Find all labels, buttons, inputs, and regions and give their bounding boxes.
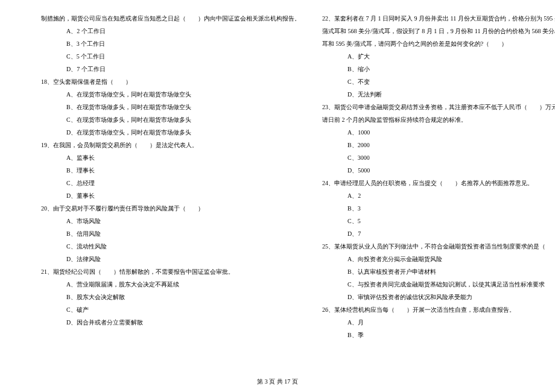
q18-option-a: A、在现货市场做空头，同时在期货市场做空头 xyxy=(41,88,300,101)
page-footer: 第 3 页 共 17 页 xyxy=(0,378,555,386)
q23-line1: 23、期货公司申请金融期货交易结算业务资格，其注册资本应不低于人民币（ ）万元，… xyxy=(322,101,555,113)
page-container: 制措施的，期货公司应当在知悉或者应当知悉之日起（ ）内向中国证监会相关派出机构报… xyxy=(0,0,555,392)
q26-option-b: B、季 xyxy=(322,329,555,341)
q22-option-c: C、不变 xyxy=(322,75,555,88)
q22-line2: 蒲式耳和 568 美分/蒲式耳，假设到了 8 月 1 日，9 月份和 11 月份… xyxy=(322,25,555,37)
q17-option-d: D、7 个工作日 xyxy=(41,63,300,75)
q24-option-b: B、3 xyxy=(322,202,555,215)
q26-text: 26、某体经营机构应当每（ ）开展一次适当性自查，形成自查报告。 xyxy=(322,303,555,316)
q21-text: 21、期货经纪公司因（ ）情形解散的，不需要报告中国证监会审批。 xyxy=(41,265,300,278)
q22-line3: 耳和 595 美/蒲式耳，请问两个合约之间的价差是如何变化的?（ ） xyxy=(322,37,555,50)
q24-text: 24、申请经理层人员的任职资格，应当提交（ ）名推荐人的书面推荐意见。 xyxy=(322,177,555,189)
q17-continuation: 制措施的，期货公司应当在知悉或者应当知悉之日起（ ）内向中国证监会相关派出机构报… xyxy=(41,12,300,25)
q17-option-b: B、3 个工作日 xyxy=(41,37,300,50)
q20-text: 20、由于交易对手不履行履约责任而导致的风险属于（ ） xyxy=(41,202,300,215)
q22-line1: 22、某套利者在 7 月 1 日同时买入 9 月份并卖出 11 月份大豆期货合约… xyxy=(322,12,555,25)
q21-option-d: D、因合并或者分立需要解散 xyxy=(41,316,300,329)
q23-line2: 请日前 2 个月的风险监管指标应持续符合规定的标准。 xyxy=(322,113,555,126)
q20-option-c: C、流动性风险 xyxy=(41,240,300,253)
q17-option-a: A、2 个工作日 xyxy=(41,25,300,37)
q21-option-c: C、破产 xyxy=(41,303,300,316)
q18-option-d: D、在现货市场做空头，同时在期货市场做多头 xyxy=(41,126,300,139)
q19-text: 19、在我国，会员制期货交易所的（ ）是法定代表人。 xyxy=(41,139,300,151)
q25-option-a: A、向投资者充分揭示金融期货风险 xyxy=(322,253,555,265)
q20-option-d: D、法律风险 xyxy=(41,253,300,265)
q19-option-b: B、理事长 xyxy=(41,164,300,177)
q21-option-b: B、股东大会决定解散 xyxy=(41,291,300,303)
q23-option-a: A、1000 xyxy=(322,126,555,139)
q19-option-d: D、董事长 xyxy=(41,189,300,202)
q19-option-a: A、监事长 xyxy=(41,151,300,164)
q24-option-c: C、5 xyxy=(322,215,555,227)
q23-option-c: C、3000 xyxy=(322,151,555,164)
q20-option-a: A、市场风险 xyxy=(41,215,300,227)
q18-option-c: C、在现货市场做多头，同时在期货市场做多头 xyxy=(41,113,300,126)
q21-option-a: A、营业期限届满，股东大会决定不再延续 xyxy=(41,278,300,291)
q24-option-a: A、2 xyxy=(322,189,555,202)
q25-option-d: D、审慎评估投资者的诚信状况和风险承受能力 xyxy=(322,291,555,303)
q25-option-c: C、与投资者共同完成金融期货基础知识测试，以使其满足适当性标准要求 xyxy=(322,278,555,291)
q22-option-d: D、无法判断 xyxy=(322,88,555,101)
q24-option-d: D、7 xyxy=(322,227,555,240)
q25-text: 25、某体期货从业人员的下列做法中，不符合金融期货投资者适当性制度要求的是（ ） xyxy=(322,240,555,253)
right-column: 22、某套利者在 7 月 1 日同时买入 9 月份并卖出 11 月份大豆期货合约… xyxy=(311,12,555,374)
q26-option-a: A、月 xyxy=(322,316,555,329)
q25-option-b: B、认真审核投资者开户申请材料 xyxy=(322,265,555,278)
q23-option-b: B、2000 xyxy=(322,139,555,151)
q18-text: 18、空头套期保值者是指（ ） xyxy=(41,75,300,88)
q22-option-b: B、缩小 xyxy=(322,63,555,75)
q20-option-b: B、信用风险 xyxy=(41,227,300,240)
q18-option-b: B、在现货市场做多头，同时在期货市场做空头 xyxy=(41,101,300,113)
q17-option-c: C、5 个工作日 xyxy=(41,50,300,63)
left-column: 制措施的，期货公司应当在知悉或者应当知悉之日起（ ）内向中国证监会相关派出机构报… xyxy=(0,12,311,374)
q23-option-d: D、5000 xyxy=(322,164,555,177)
q19-option-c: C、总经理 xyxy=(41,177,300,189)
q22-option-a: A、扩大 xyxy=(322,50,555,63)
